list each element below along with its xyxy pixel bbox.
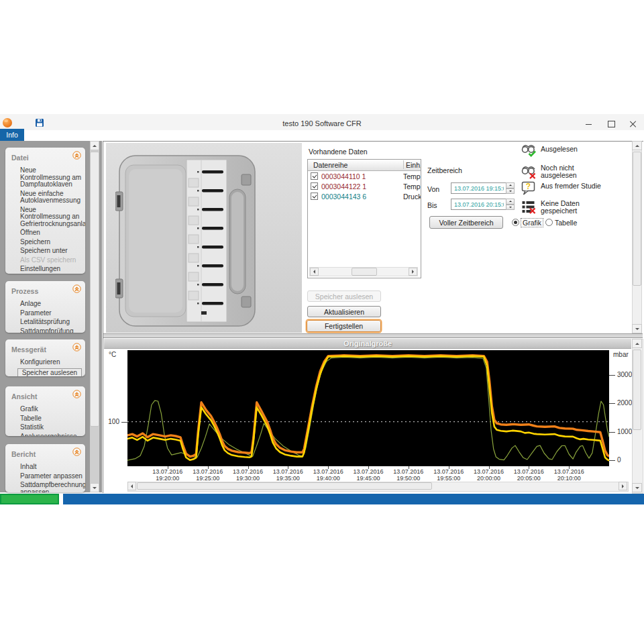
row-checkbox[interactable]: [311, 172, 318, 180]
sidebar-item-grafik[interactable]: Grafik: [20, 406, 85, 413]
list-hscrollbar-thumb[interactable]: [352, 268, 377, 276]
series-id: 0003044122 1: [321, 182, 403, 191]
sidebar-scrollbar-thumb[interactable]: [90, 152, 99, 427]
von-spinner[interactable]: [506, 182, 515, 194]
bis-datetime-field[interactable]: [451, 199, 515, 210]
collapse-panel-icon[interactable]: [72, 447, 81, 455]
data-list-header: Datenreihe Einh...: [308, 160, 421, 171]
legend-label-keine-daten-gespeichert: Keine Daten gespeichert: [541, 200, 605, 215]
sidebar-item-neue-einfache-autoklavenmessung[interactable]: Neue einfache Autoklavenmessung: [20, 191, 85, 205]
panel-title: Datei: [11, 154, 29, 162]
fertigstellen-button[interactable]: Fertigstellen: [307, 320, 381, 332]
sidebar-item-inhalt[interactable]: Inhalt: [20, 464, 85, 471]
sidebar-item-öffnen[interactable]: Öffnen: [20, 229, 85, 237]
x-axis-tick-label: 13.07.201619:55:00: [427, 468, 470, 482]
left-axis-tick-label: 100: [104, 418, 119, 425]
axis-tick: [609, 375, 615, 376]
right-axis-tick-label: 0: [617, 456, 621, 464]
sidebar-item-speichern[interactable]: Speichern: [20, 239, 85, 246]
voller-zeitbereich-button[interactable]: Voller Zeitbereich: [429, 216, 503, 229]
glasses-x-icon: [521, 163, 537, 179]
sidebar-item-anlage[interactable]: Anlage: [20, 301, 85, 308]
pane-splitter[interactable]: [103, 333, 643, 338]
column-divider[interactable]: [403, 160, 404, 169]
series-id: 0003044143 6: [321, 193, 403, 201]
row-checkbox[interactable]: [311, 182, 318, 190]
von-label: Von: [427, 185, 439, 193]
content-scroll-up-button[interactable]: [632, 141, 642, 150]
x-axis-tick-label: 13.07.201619:30:00: [227, 468, 270, 482]
collapse-panel-icon[interactable]: [72, 284, 81, 292]
sidebar-item-neue-kontrollmessung-an-gefriertrocknungsanlage[interactable]: Neue Kontrollmessung an Gefriertrocknung…: [20, 207, 85, 228]
tab-info[interactable]: Info: [0, 129, 24, 141]
x-axis-tick-label: 13.07.201620:05:00: [507, 468, 550, 482]
sidebar-item-speicher-auslesen[interactable]: Speicher auslesen: [17, 368, 82, 377]
bis-spinner[interactable]: [506, 199, 515, 210]
panel-title: Prozess: [11, 287, 38, 295]
content-scrollbar-thumb[interactable]: [633, 152, 641, 286]
right-axis-tick-label: 1000: [617, 428, 632, 435]
chart-scroll-up-button[interactable]: [632, 339, 642, 348]
sidebar-item-parameter-anpassen[interactable]: Parameter anpassen: [20, 473, 85, 480]
list-scroll-left-button[interactable]: [310, 268, 319, 276]
series-id: 0003044110 1: [321, 172, 403, 180]
column-header-einheit[interactable]: Einh...: [406, 161, 421, 169]
data-list-hscrollbar[interactable]: [309, 267, 418, 276]
aktualisieren-button[interactable]: Aktualisieren: [307, 306, 381, 317]
axis-tick: [609, 432, 615, 433]
sidebar-item-tabelle[interactable]: Tabelle: [20, 415, 85, 423]
table-row[interactable]: 0003044122 1Temp..: [308, 181, 421, 191]
legend-label-aus-fremder-studie: Aus fremder Studie: [541, 182, 614, 190]
sidebar-item-sattdampfprüfung[interactable]: Sattdampfprüfung: [20, 328, 85, 333]
speicher-auslesen-button: Speicher auslesen: [307, 290, 381, 302]
collapse-panel-icon[interactable]: [72, 342, 81, 351]
series-unit: Druck: [403, 193, 421, 201]
speech-question-icon: ?: [521, 180, 537, 196]
data-list-title: Vorhandene Daten: [309, 148, 368, 156]
sidebar-item-als-csv-speichern: Als CSV speichern: [20, 257, 85, 264]
series-unit: Temp..: [403, 182, 421, 191]
tabelle-radio[interactable]: [545, 219, 553, 226]
series-line-0003044110-1: [127, 356, 609, 457]
x-axis-tick-label: 13.07.201620:00:00: [468, 468, 511, 482]
grafik-radio[interactable]: [512, 219, 519, 226]
sidebar-scroll-down-button[interactable]: [90, 483, 99, 492]
x-axis-tick-label: 13.07.201619:45:00: [347, 468, 390, 482]
sidebar-item-letalitätsprüfung[interactable]: Letalitätsprüfung: [20, 319, 85, 326]
sidebar-item-statistik[interactable]: Statistik: [20, 424, 85, 431]
sidebar-item-einstellungen[interactable]: Einstellungen: [20, 266, 85, 273]
chart-scroll-right-button[interactable]: [619, 482, 627, 490]
sidebar-scroll-up-button[interactable]: [90, 141, 99, 150]
content-scroll-down-button[interactable]: [632, 324, 642, 333]
tabelle-radio-label[interactable]: Tabelle: [555, 219, 577, 227]
collapse-panel-icon[interactable]: [72, 389, 81, 398]
collapse-panel-icon[interactable]: [72, 150, 81, 159]
chart-vscrollbar-thumb[interactable]: [633, 350, 641, 430]
panel-title: Messgerät: [11, 345, 46, 354]
sidebar-item-parameter[interactable]: Parameter: [20, 310, 85, 317]
chart-scroll-left-button[interactable]: [127, 482, 136, 490]
row-checkbox[interactable]: [311, 193, 318, 200]
axis-tick: [121, 422, 127, 423]
sidebar-item-speichern-unter[interactable]: Speichern unter: [20, 248, 85, 255]
axis-tick: [609, 403, 615, 404]
chart-scroll-down-button[interactable]: [632, 483, 642, 492]
table-row[interactable]: 0003044143 6Druck: [308, 191, 421, 201]
sidebar-item-konfigurieren[interactable]: Konfigurieren: [20, 359, 85, 366]
sidebar-item-neue-kontrollmessung-am-dampfautoklaven[interactable]: Neue Kontrollmessung am Dampfautoklaven: [20, 167, 85, 189]
list-scroll-right-button[interactable]: [409, 268, 417, 276]
table-row[interactable]: 0003044110 1Temp..: [308, 171, 421, 181]
sidebar-item-analyseergebnisse[interactable]: Analyseergebnisse: [20, 433, 85, 437]
grafik-radio-label[interactable]: Grafik: [521, 219, 543, 227]
minimize-button[interactable]: [581, 119, 596, 129]
x-axis-tick-label: 13.07.201619:35:00: [266, 468, 309, 482]
window-title: testo 190 Software CFR: [0, 119, 644, 127]
column-header-datenreihe[interactable]: Datenreihe: [313, 161, 347, 169]
maximize-button[interactable]: [604, 119, 619, 129]
sidebar-item-sattdampfberechnung-anpassen[interactable]: Sattdampfberechnung anpassen: [20, 482, 85, 492]
taskbar-green-button[interactable]: [0, 494, 59, 504]
von-datetime-field[interactable]: [451, 182, 515, 194]
close-button[interactable]: [626, 119, 641, 129]
chart-hscrollbar-thumb[interactable]: [137, 482, 432, 490]
device-case-image: [115, 150, 267, 330]
